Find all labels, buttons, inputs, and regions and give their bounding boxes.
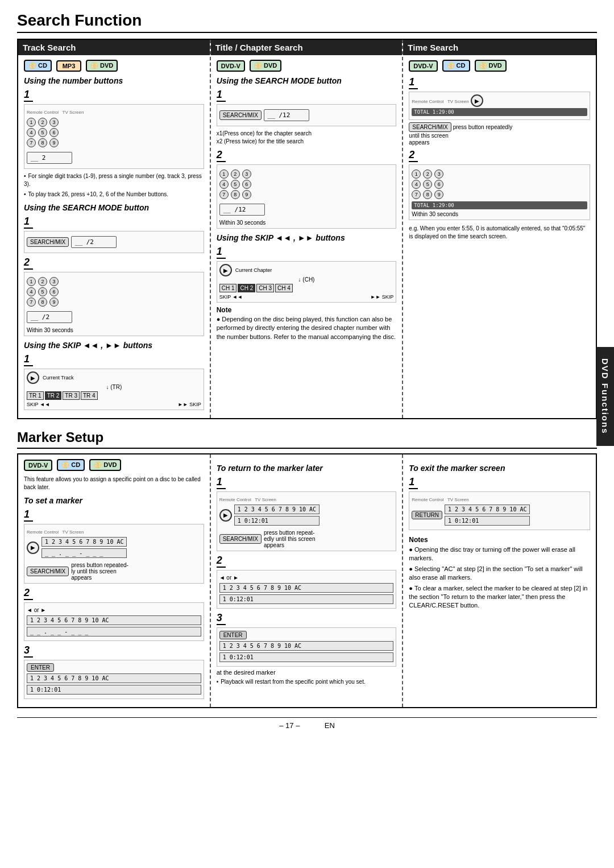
col2-step1-diagram: SEARCH/MIX __ /12 <box>217 104 397 126</box>
marker-setup-title: Marker Setup <box>17 429 597 449</box>
return-marker-col: To return to the marker later 1 Remote C… <box>211 454 404 707</box>
title-chapter-search-col: Title / Chapter Search DVD-V 📀 DVD Using… <box>211 40 404 418</box>
ts-step1-screen: TOTAL 1:29:00 <box>412 108 587 116</box>
mp3-icon: MP3 <box>56 60 81 72</box>
ts-step2-diagram: 123 456 789 TOTAL 1:29:00 Within 30 seco… <box>409 164 590 220</box>
sm-step3: 3 ENTER 1 2 3 4 5 6 7 8 9 10 AC 1 0:12:0… <box>24 644 204 699</box>
rm-step2-screen2: 1 0:12:01 <box>219 594 394 604</box>
em-step1-screen2: 1 0:12:01 <box>445 516 530 526</box>
tr-arrow: ↓ (TR) <box>27 384 201 390</box>
tr-row: TR 1 TR 2 TR 3 TR 4 <box>27 391 201 400</box>
s2-step1-num: 1 <box>24 216 33 229</box>
sm-step3-diagram: ENTER 1 2 3 4 5 6 7 8 9 10 AC 1 0:12:01 <box>24 660 204 699</box>
step1-block: 1 Remote Control TV Screen 123 456 789 _… <box>24 89 204 169</box>
title-chapter-header: Title / Chapter Search <box>211 40 403 55</box>
s2-step1-diagram: SEARCH/MIX __ /2 <box>24 231 204 253</box>
bullet1: For single digit tracks (1-9), press a s… <box>24 172 204 188</box>
rm-step1-screen1: 1 2 3 4 5 6 7 8 9 10 AC <box>234 505 320 514</box>
rm-step3-screen2: 1 0:12:01 <box>219 652 394 662</box>
ts-num-grid: 123 456 789 <box>412 170 587 199</box>
s3-step1-num: 1 <box>24 353 33 366</box>
s3-step1-block: 1 ▶ Current Track ↓ (TR) TR 1 TR 2 TR 3 … <box>24 353 204 410</box>
rm-step2-screen1: 1 2 3 4 5 6 7 8 9 10 AC <box>219 583 394 593</box>
rm-step2: 2 ◄ or ► 1 2 3 4 5 6 7 8 9 10 AC 1 0:12:… <box>217 555 397 609</box>
sm-step2-screen1: 1 2 3 4 5 6 7 8 9 10 AC <box>27 615 201 625</box>
play-btn2-icon: ▶ <box>219 264 232 276</box>
ts-within30: Within 30 seconds <box>412 211 587 217</box>
search-function-grid: Track Search 📀 CD MP3 📀 DVD Using the nu… <box>17 39 597 419</box>
rm-step1-diagram: Remote Control TV Screen ▶ 1 2 3 4 5 6 7… <box>217 491 397 551</box>
exit-marker-col: To exit the marker screen 1 Remote Contr… <box>403 454 596 707</box>
col2-step2-num: 2 <box>217 149 226 162</box>
num-grid: 123 456 789 <box>27 118 201 147</box>
page-title: Search Function <box>17 11 597 33</box>
step1-screen: __ 2 <box>27 152 72 164</box>
col2-skip-title: Using the SKIP ◄◄ , ►► buttons <box>217 233 397 242</box>
current-track-label: Current Track <box>43 375 74 381</box>
sm-step3-num: 3 <box>24 644 33 658</box>
dvd3-icon: 📀 DVD <box>475 60 507 72</box>
marker-icons: DVD-V 📀 CD 📀 DVD <box>24 459 204 471</box>
s2-step2-num: 2 <box>24 257 33 270</box>
time-search-col: Time Search DVD-V 📀 CD 📀 DVD 1 Remote Co… <box>403 40 596 418</box>
ts-step2: 2 123 456 789 TOTAL 1:29:00 Within 30 se… <box>409 149 590 220</box>
footer-text: – 17 – <box>279 721 300 730</box>
dvdv-icon: DVD-V <box>217 60 245 72</box>
col2-step1-num: 1 <box>217 89 226 102</box>
skip-right-label: ►► SKIP <box>178 402 201 407</box>
rm-step1-screen2: 1 0:12:01 <box>234 516 320 526</box>
s2-step1-screen: __ /2 <box>71 236 117 248</box>
set-marker-title: To set a marker <box>24 496 204 505</box>
rm-step3-diagram: ENTER 1 2 3 4 5 6 7 8 9 10 AC 1 0:12:01 <box>217 627 397 667</box>
exit-marker-title: To exit the marker screen <box>409 464 590 473</box>
ts-search-mode-btn: SEARCH/MIX <box>409 122 451 132</box>
dvd2-icon: 📀 DVD <box>250 60 281 72</box>
ts-eg-note: e.g. When you enter 5:55, 0 is automatic… <box>409 225 590 241</box>
step1-diagram: Remote Control TV Screen 123 456 789 __ … <box>24 104 204 169</box>
col2-s2-step1: 1 ▶ Current Chapter ↓ (CH) CH 1 CH 2 CH … <box>217 246 397 303</box>
track-search-icons: 📀 CD MP3 📀 DVD <box>24 60 204 72</box>
ts-step2-num: 2 <box>409 149 418 162</box>
rm-step3-screen1: 1 2 3 4 5 6 7 8 9 10 AC <box>219 641 394 651</box>
time-search-header: Time Search <box>403 40 596 55</box>
col2-step2-screen: __ /12 <box>219 204 265 216</box>
skip-left-label: SKIP ◄◄ <box>27 402 50 407</box>
rm-step3-num: 3 <box>217 612 226 625</box>
within30-label: Within 30 seconds <box>27 327 201 333</box>
cd2-icon: 📀 CD <box>442 60 470 72</box>
play-btn3-icon: ▶ <box>471 94 483 107</box>
col2-s1-step1: 1 SEARCH/MIX __ /12 <box>217 89 397 126</box>
col2-skip-diagram: ▶ Current Chapter ↓ (CH) CH 1 CH 2 CH 3 … <box>217 261 397 303</box>
sm-step2-diagram: ◄ or ► 1 2 3 4 5 6 7 8 9 10 AC _ _ . _ _… <box>24 602 204 641</box>
time-search-icons: DVD-V 📀 CD 📀 DVD <box>409 60 590 72</box>
s2-step2-screen: __ /2 <box>27 311 72 323</box>
ch-arrow: ↓ (CH) <box>219 276 394 283</box>
col2-note-body: Depending on the disc being played, this… <box>217 315 397 341</box>
s2-step2-block: 2 123 456 789 __ /2 Within 30 seconds <box>24 257 204 336</box>
sm-step3-screen1: 1 2 3 4 5 6 7 8 9 10 AC <box>27 673 201 683</box>
s2-step1-block: 1 SEARCH/MIX __ /2 <box>24 216 204 253</box>
em-step1-screen1: 1 2 3 4 5 6 7 8 9 10 AC <box>445 505 530 514</box>
sm-step2: 2 ◄ or ► 1 2 3 4 5 6 7 8 9 10 AC _ _ . _… <box>24 587 204 641</box>
search-mode-btn-title: Using the SEARCH MODE button <box>24 203 204 212</box>
em-step1-num: 1 <box>409 476 418 489</box>
rm-step1-num: 1 <box>217 476 226 489</box>
footer-en: EN <box>325 721 335 730</box>
em-notes-title: Notes <box>409 536 590 544</box>
title-chapter-icons: DVD-V 📀 DVD <box>217 60 397 72</box>
marker-dvdv-icon: DVD-V <box>24 460 52 471</box>
em-step1-diagram: Remote Control TV Screen RETURN 1 2 3 4 … <box>409 491 590 530</box>
marker-dvd-icon: 📀 DVD <box>89 459 121 471</box>
col2-skip-right: ►► SKIP <box>371 294 394 300</box>
col2-current-chapter: Current Chapter <box>235 267 272 273</box>
col2-search-mode-title: Using the SEARCH MODE button <box>217 76 397 85</box>
rm-step3-note: at the desired marker <box>217 669 397 676</box>
col2-note-section: Note Depending on the disc being played,… <box>217 306 397 341</box>
page-footer: – 17 – EN <box>17 717 597 730</box>
marker-setup-grid: DVD-V 📀 CD 📀 DVD This feature allows you… <box>17 453 597 708</box>
ts-step1-num: 1 <box>409 76 418 89</box>
return-marker-title: To return to the marker later <box>217 464 397 473</box>
em-notes: Notes Opening the disc tray or turning o… <box>409 536 590 610</box>
rm-step2-num: 2 <box>217 555 226 568</box>
col2-num-grid: 123 456 789 <box>219 170 394 199</box>
